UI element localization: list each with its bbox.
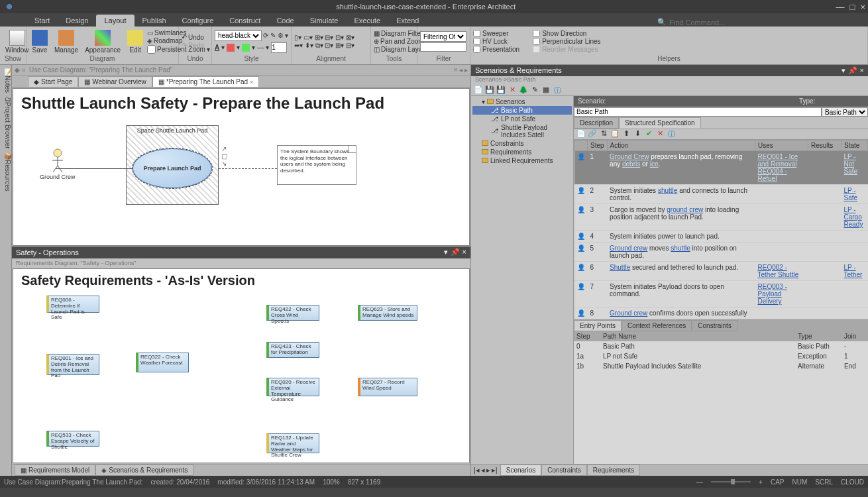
req-623[interactable]: REQ623 - Store and Manage Wind speeds bbox=[358, 305, 417, 321]
tb-edit-icon[interactable]: ✎ bbox=[530, 85, 539, 95]
stb-link-icon[interactable]: 🔗 bbox=[588, 129, 597, 138]
tb-help-icon[interactable]: ⓘ bbox=[553, 85, 562, 95]
panel-dropdown-icon[interactable]: ▾ bbox=[841, 66, 845, 75]
notes-tab[interactable]: 📝Notes bbox=[0, 68, 11, 93]
subtab-description[interactable]: Description bbox=[574, 117, 619, 129]
ribbon-tab-start[interactable]: Start bbox=[27, 15, 58, 27]
showdir-check[interactable]: Show Direction bbox=[533, 30, 600, 37]
tab-start-page[interactable]: ◆ Start Page bbox=[28, 76, 78, 87]
edit-button[interactable]: Edit bbox=[125, 29, 146, 54]
style-dropdown[interactable]: head-black bbox=[215, 30, 262, 41]
btab-scenarios[interactable]: Scenarios bbox=[500, 465, 541, 476]
req-423[interactable]: REQ423 - Check for Precipitation bbox=[266, 342, 319, 358]
steps-table[interactable]: Step Action Uses Results State 👤1Ground … bbox=[574, 140, 868, 319]
tb-tree-icon[interactable]: 🌲 bbox=[519, 85, 528, 95]
breadcrumb-close-icon[interactable]: × ◂ ▸ bbox=[454, 66, 468, 74]
nav-last-icon[interactable]: ▸| bbox=[492, 466, 498, 474]
diagram-pane-top[interactable]: Shuttle Launch Safety - Prepare the Laun… bbox=[13, 88, 470, 246]
step-row[interactable]: 👤3Cargo is moved by ground crew into loa… bbox=[574, 203, 868, 230]
nav-next-icon[interactable]: ▸ bbox=[486, 466, 490, 474]
find-command-input[interactable] bbox=[669, 19, 735, 27]
req-001[interactable]: REQ001 - Ice and Debris Removal from the… bbox=[46, 354, 99, 375]
resources-tab[interactable]: 📦Resources bbox=[0, 152, 11, 192]
hvlock-check[interactable]: HV Lock bbox=[473, 38, 519, 45]
tb-save-icon[interactable]: 💾 bbox=[485, 85, 494, 95]
maximize-button[interactable]: □ bbox=[850, 2, 855, 12]
actor-ground-crew[interactable]: Ground Crew bbox=[40, 148, 76, 180]
stb-up-icon[interactable]: ⬆ bbox=[622, 129, 631, 138]
req-006[interactable]: REQ006 - Determine if Launch Pad is Safe bbox=[46, 296, 99, 313]
panel-pin-icon[interactable]: 📌 bbox=[848, 66, 857, 75]
stb-new-icon[interactable]: 📄 bbox=[576, 129, 586, 138]
ribbon-tab-extend[interactable]: Extend bbox=[388, 15, 427, 27]
filter-input[interactable] bbox=[420, 42, 466, 52]
ribbon-tab-design[interactable]: Design bbox=[58, 15, 96, 27]
manage-button[interactable]: Manage bbox=[52, 29, 81, 54]
ribbon-tab-construct[interactable]: Construct bbox=[221, 15, 268, 27]
req-020[interactable]: REQ020 - Receive External Temperature Gu… bbox=[266, 378, 319, 396]
step-row[interactable]: 👤5Ground crew moves shuttle into positio… bbox=[574, 242, 868, 261]
req-322[interactable]: REQ322 - Check Weather Forecast bbox=[136, 353, 189, 372]
ribbon-tab-execute[interactable]: Execute bbox=[346, 15, 388, 27]
stb-sort-icon[interactable]: ⇅ bbox=[599, 129, 608, 138]
tb-grid-icon[interactable]: ▦ bbox=[541, 85, 551, 95]
filtering-dropdown[interactable]: Filtering Off bbox=[420, 31, 466, 42]
scenarios-tree[interactable]: ▾Scenarios ⎇Basic Path ⎇LP not Safe ⎇Shu… bbox=[471, 96, 574, 464]
ribbon-tab-simulate[interactable]: Simulate bbox=[302, 15, 347, 27]
tree-scenarios[interactable]: ▾Scenarios bbox=[472, 97, 572, 106]
tree-linked-reqs[interactable]: Linked Requirements bbox=[472, 156, 572, 165]
entry-tab-constraints[interactable]: Constraints bbox=[692, 320, 737, 331]
line-width-input[interactable] bbox=[271, 42, 287, 53]
step-row[interactable]: 👤1Ground Crew prepares launch pad, remov… bbox=[574, 150, 868, 184]
tab-launch-pad[interactable]: ▦ *Preparing The Launch Pad × bbox=[152, 76, 260, 87]
entry-row[interactable]: 0Basic PathBasic Path- bbox=[574, 341, 868, 351]
tree-requirements[interactable]: Requirements bbox=[472, 148, 572, 156]
tab-webinar[interactable]: ▦ Webinar Overview bbox=[78, 76, 152, 87]
panel-close-icon[interactable]: × bbox=[860, 66, 864, 75]
ribbon-tab-layout[interactable]: Layout bbox=[96, 15, 134, 27]
stb-ok-icon[interactable]: ✔ bbox=[644, 129, 653, 138]
project-browser-tab[interactable]: 🗂Project Browser bbox=[0, 95, 11, 149]
nav-prev-icon[interactable]: ◂ bbox=[481, 466, 485, 474]
tree-lp-not-safe[interactable]: ⎇LP not Safe bbox=[472, 115, 572, 123]
tree-payload[interactable]: ⎇Shuttle Payload Includes Satell bbox=[472, 123, 572, 139]
quick-toolbar-icon[interactable]: ↗▢↘ bbox=[221, 145, 227, 167]
ribbon-tab-publish[interactable]: Publish bbox=[135, 15, 174, 27]
tb-save2-icon[interactable]: 💾 bbox=[496, 85, 506, 95]
entry-tab-points[interactable]: Entry Points bbox=[574, 320, 622, 331]
stb-info-icon[interactable]: ⓘ bbox=[667, 129, 676, 138]
req-533[interactable]: REQ533 - Check Escape Velocity of Shuttl… bbox=[46, 431, 99, 447]
tab-scenarios-requirements[interactable]: ◈ Scenarios & Requirements bbox=[95, 465, 193, 476]
note-boundary[interactable]: The System Boundary shows the logical in… bbox=[277, 145, 356, 185]
btab-constraints[interactable]: Constraints bbox=[541, 465, 587, 476]
stb-down-icon[interactable]: ⬇ bbox=[633, 129, 642, 138]
step-row[interactable]: 👤8Ground crew confirms doors open succes… bbox=[574, 307, 868, 319]
entry-row[interactable]: 1bShuttle Payload Includes SatelliteAlte… bbox=[574, 361, 868, 371]
stb-del-icon[interactable]: ✕ bbox=[655, 129, 665, 138]
entry-tab-context[interactable]: Context References bbox=[622, 320, 692, 331]
pane-close-icon[interactable]: × bbox=[462, 248, 466, 256]
req-132[interactable]: REQ132 - Update Radar and Weather Maps f… bbox=[266, 433, 319, 453]
reorder-check[interactable]: Reorder Messages bbox=[533, 46, 600, 53]
tb-new-icon[interactable]: 📄 bbox=[474, 85, 483, 95]
find-command[interactable]: 🔍 bbox=[657, 18, 735, 27]
req-422[interactable]: REQ422 - Check Cross Wind Speeds bbox=[266, 305, 319, 321]
usecase-prepare-launch-pad[interactable]: Prepare Launch Pad bbox=[133, 148, 212, 188]
close-icon[interactable]: × bbox=[250, 79, 253, 85]
tab-requirements-model[interactable]: ▦ Requirements Model bbox=[15, 465, 95, 476]
undo-button[interactable]: ↶ Undo bbox=[182, 34, 204, 41]
tree-constraints[interactable]: Constraints bbox=[472, 139, 572, 148]
redo-button[interactable]: ↷ Redo bbox=[182, 42, 204, 49]
pane-pin-icon[interactable]: ▾ bbox=[444, 248, 448, 256]
tree-basic-path[interactable]: ⎇Basic Path bbox=[472, 106, 572, 115]
ribbon-tab-configure[interactable]: Configure bbox=[174, 15, 222, 27]
presentation-check[interactable]: Presentation bbox=[473, 46, 519, 53]
step-row[interactable]: 👤2System initiates shuttle and connects … bbox=[574, 184, 868, 203]
appearance-button[interactable]: Appearance bbox=[82, 29, 123, 54]
btab-requirements[interactable]: Requirements bbox=[587, 465, 640, 476]
minimize-button[interactable]: — bbox=[836, 2, 845, 12]
close-button[interactable]: × bbox=[860, 2, 865, 12]
nav-first-icon[interactable]: |◂ bbox=[474, 466, 480, 474]
tb-delete-icon[interactable]: ✕ bbox=[508, 85, 517, 95]
diagram-pane-bottom[interactable]: Safety Requirements - 'As-Is' Version RE… bbox=[13, 268, 470, 463]
